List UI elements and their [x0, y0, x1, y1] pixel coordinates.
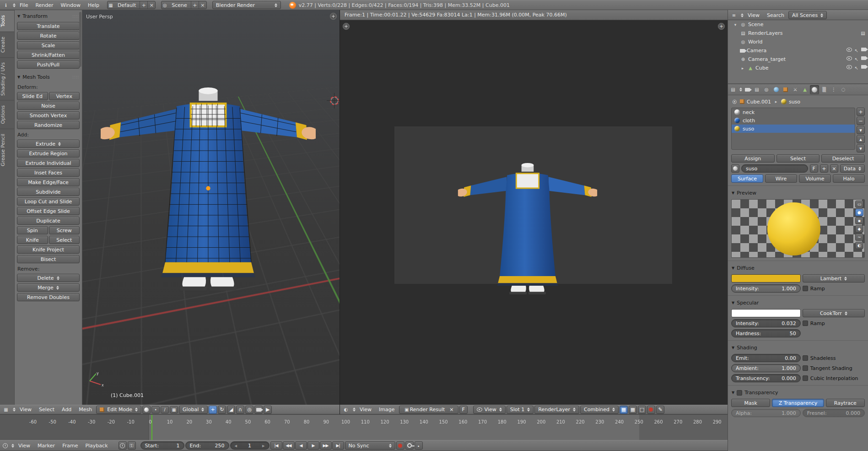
material-type-volume[interactable]: Volume: [799, 174, 831, 183]
emit-slider[interactable]: Emit:0.00: [731, 354, 801, 362]
selectability-cursor-icon[interactable]: ↖: [853, 56, 860, 63]
menu-marker[interactable]: Marker: [34, 442, 58, 450]
preview-flat-button[interactable]: ▭: [855, 201, 863, 208]
outliner-item-camera[interactable]: Camera ↖: [728, 46, 868, 55]
specular-hardness-field[interactable]: Hardness:50: [731, 329, 801, 337]
expand-region-icon[interactable]: +: [718, 23, 725, 30]
expand-arrow-icon[interactable]: ▸: [740, 66, 745, 71]
play-reverse-button[interactable]: ◀: [295, 441, 307, 450]
tangent-shading-checkbox[interactable]: Tangent Shading: [803, 365, 865, 371]
diffuse-panel-header[interactable]: ▼ Diffuse: [731, 264, 865, 272]
snap-magnet-button[interactable]: ∩: [236, 406, 244, 414]
new-material-button[interactable]: +: [820, 164, 828, 173]
panel-grip-icon[interactable]: ::::: [72, 75, 79, 79]
current-frame-field[interactable]: ◂1▸: [230, 441, 270, 450]
outliner-item-camera-target[interactable]: ⊕ Camera_target ↖: [728, 55, 868, 64]
play-button[interactable]: ▶: [307, 441, 319, 450]
browse-material-button[interactable]: [731, 164, 739, 173]
editor-type-3d-icon[interactable]: ▦: [3, 407, 9, 413]
knife-project-button[interactable]: Knife Project: [17, 245, 80, 254]
tab-object-data[interactable]: ▲: [800, 85, 809, 94]
timeline-canvas[interactable]: -60-50-40-30-20-100102030405060708090100…: [0, 414, 728, 440]
visibility-eye-icon[interactable]: [846, 56, 852, 60]
frame-start-field[interactable]: Start:1: [140, 441, 184, 450]
subdivide-button[interactable]: Subdivide: [17, 188, 80, 196]
fake-user-button[interactable]: F: [810, 164, 818, 173]
translate-button[interactable]: Translate: [17, 22, 80, 30]
render-layer-select[interactable]: RenderLayer: [534, 406, 579, 414]
screen-layout-name[interactable]: Default: [114, 2, 140, 8]
deselect-button[interactable]: Deselect: [821, 154, 865, 163]
lock-time-button[interactable]: ⚿: [128, 441, 136, 450]
shading-panel-header[interactable]: ▼ Shading: [731, 343, 865, 352]
diffuse-color-swatch[interactable]: [731, 274, 801, 283]
visibility-eye-icon[interactable]: [846, 48, 852, 52]
insert-keyframe-button[interactable]: 🞄: [415, 441, 423, 450]
fake-user-button[interactable]: F: [459, 406, 468, 414]
tab-physics[interactable]: ◌: [839, 85, 848, 94]
tool-shelf-scrollbar[interactable]: [79, 12, 81, 67]
cubic-interpolation-checkbox[interactable]: Cubic Interpolation: [803, 375, 865, 381]
material-specials-menu-button[interactable]: ▾: [857, 126, 865, 134]
renderability-camera-icon[interactable]: [861, 65, 866, 69]
breadcrumb-object[interactable]: Cube.001: [747, 99, 771, 105]
editor-type-image-icon[interactable]: ◐: [343, 407, 349, 413]
smooth-vertex-button[interactable]: Smooth Vertex: [17, 111, 80, 120]
menu-image[interactable]: Image: [376, 406, 398, 413]
tab-render[interactable]: [743, 85, 752, 94]
unlink-material-button[interactable]: ×: [830, 164, 838, 173]
expand-arrow-icon[interactable]: ▾: [733, 22, 738, 27]
slide-edge-button[interactable]: Slide Ed: [17, 92, 48, 100]
diffuse-ramp-checkbox[interactable]: Ramp: [803, 286, 865, 292]
material-type-halo[interactable]: Halo: [833, 174, 865, 183]
transparency-ztransp-button[interactable]: Z Transparency: [772, 399, 824, 407]
bisect-button[interactable]: Bisect: [17, 255, 80, 263]
duplicate-button[interactable]: Duplicate: [17, 217, 80, 225]
specular-ramp-checkbox[interactable]: Ramp: [803, 321, 865, 326]
extrude-menu-button[interactable]: Extrude: [17, 140, 80, 148]
outliner-item-scene[interactable]: ▾ ◎ Scene: [728, 20, 868, 29]
add-material-slot-button[interactable]: +: [857, 108, 865, 116]
tab-object[interactable]: [781, 85, 790, 94]
render-opengl-button[interactable]: [254, 406, 263, 414]
render-opengl-anim-button[interactable]: ▶: [264, 406, 272, 414]
tab-create[interactable]: Create: [0, 32, 14, 57]
menu-view-outliner[interactable]: View: [744, 11, 763, 19]
transparency-raytrace-button[interactable]: Raytrace: [826, 399, 865, 407]
preview-sky-button[interactable]: ◐: [855, 242, 863, 249]
unlink-image-icon[interactable]: ×: [449, 407, 453, 413]
assign-button[interactable]: Assign: [731, 154, 775, 163]
expand-region-icon[interactable]: +: [330, 13, 337, 20]
outliner-item-renderlayers[interactable]: ▤ RenderLayers ▤: [728, 29, 868, 38]
delete-scene-button[interactable]: ×: [199, 1, 206, 9]
menu-add-3d[interactable]: Add: [59, 406, 75, 413]
menu-view-3d[interactable]: View: [16, 406, 35, 413]
tab-render-layers[interactable]: ▤: [752, 85, 761, 94]
add-scene-button[interactable]: +: [191, 1, 199, 9]
material-type-wire[interactable]: Wire: [765, 174, 797, 183]
transparency-mask-button[interactable]: Mask: [731, 399, 770, 407]
preview-panel-header[interactable]: ▼ Preview: [731, 189, 865, 197]
menu-view-timeline[interactable]: View: [15, 442, 33, 450]
tab-particles[interactable]: ⋮: [829, 85, 838, 94]
scale-button[interactable]: Scale: [17, 41, 80, 49]
remove-material-slot-button[interactable]: −: [857, 117, 865, 125]
breadcrumb-material[interactable]: suso: [789, 99, 800, 105]
grease-pencil-tool-button[interactable]: ✎: [656, 406, 664, 414]
renderability-camera-icon[interactable]: [861, 48, 866, 51]
extrude-individual-button[interactable]: Extrude Individual: [17, 159, 80, 167]
visibility-eye-icon[interactable]: [846, 65, 852, 69]
menu-file[interactable]: File: [16, 1, 31, 9]
delete-menu-button[interactable]: Delete: [17, 274, 80, 282]
spin-button[interactable]: Spin: [17, 226, 48, 234]
outliner-item-cube[interactable]: ▸ ▲ Cube ↖: [728, 64, 868, 72]
renderability-icon[interactable]: ▤: [860, 30, 866, 37]
channel-rgb-button[interactable]: ▦: [629, 406, 637, 414]
loop-cut-button[interactable]: Loop Cut and Slide: [17, 197, 80, 206]
remove-doubles-button[interactable]: Remove Doubles: [17, 293, 80, 301]
tab-modifiers[interactable]: ⚔: [791, 85, 800, 94]
channel-alpha-button[interactable]: □: [638, 406, 646, 414]
mesh-tools-panel-header[interactable]: ▼ Mesh Tools ::::: [17, 73, 80, 82]
extrude-region-button[interactable]: Extrude Region: [17, 149, 80, 158]
specular-panel-header[interactable]: ▼ Specular: [731, 299, 865, 307]
